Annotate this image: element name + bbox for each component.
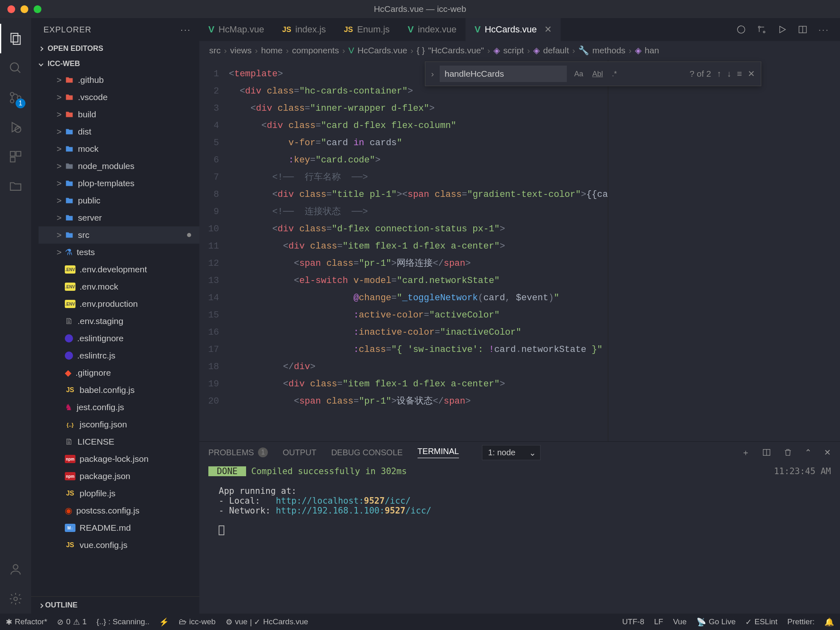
match-case-icon[interactable]: Aa xyxy=(573,68,585,80)
extensions-icon[interactable] xyxy=(0,142,31,171)
tree-item[interactable]: 🗎.env.staging xyxy=(39,313,199,330)
whole-word-icon[interactable]: Abl xyxy=(591,68,605,80)
status-live[interactable]: ⚡ xyxy=(159,617,169,627)
project-header[interactable]: ICC-WEB xyxy=(31,56,199,71)
tree-item[interactable]: ◆.gitignore xyxy=(39,364,199,381)
editor-tab[interactable]: JSindex.js xyxy=(273,18,335,41)
tree-item[interactable]: JSvue.config.js xyxy=(39,536,199,554)
sidebar-more-icon[interactable]: ··· xyxy=(180,25,191,34)
open-editors-header[interactable]: OPEN EDITORS xyxy=(31,41,199,56)
tree-item[interactable]: >dist xyxy=(39,123,199,140)
svg-point-5 xyxy=(10,99,14,103)
regex-icon[interactable]: .* xyxy=(610,68,619,80)
tree-item[interactable]: .ENV.env.development xyxy=(39,261,199,278)
debug-icon[interactable] xyxy=(0,112,31,142)
tree-item[interactable]: >.github xyxy=(39,71,199,89)
find-input[interactable] xyxy=(440,66,567,82)
tree-item[interactable]: 🗎LICENSE xyxy=(39,433,199,450)
status-workspace[interactable]: 🗁 icc-web xyxy=(179,617,215,626)
breadcrumb[interactable]: src› views› home› components› V HcCards.… xyxy=(199,41,840,60)
find-in-selection-icon[interactable]: ≡ xyxy=(737,69,742,79)
find-widget: › Aa Abl .* ? of 2 ↑ ↓ ≡ ✕ xyxy=(425,62,761,86)
trash-icon[interactable] xyxy=(783,448,792,457)
status-lang[interactable]: Vue xyxy=(673,617,687,626)
tree-item[interactable]: JSplopfile.js xyxy=(39,485,199,502)
new-terminal-icon[interactable]: ＋ xyxy=(742,447,750,458)
terminal-task-select[interactable]: 1: node⌄ xyxy=(482,445,541,460)
tree-item[interactable]: >plop-templates xyxy=(39,175,199,192)
status-eol[interactable]: LF xyxy=(654,617,663,626)
tree-item[interactable]: >mock xyxy=(39,140,199,158)
split-terminal-icon[interactable] xyxy=(762,448,771,457)
tree-item[interactable]: >build xyxy=(39,106,199,123)
tree-item[interactable]: M↓README.md xyxy=(39,519,199,536)
tree-item[interactable]: >node_modules xyxy=(39,158,199,175)
explorer-icon[interactable] xyxy=(0,24,31,53)
tree-item[interactable]: .eslintrc.js xyxy=(39,347,199,364)
editor-tab[interactable]: Vindex.vue xyxy=(399,18,466,41)
activity-bar: 1 xyxy=(0,18,31,614)
tab-terminal[interactable]: TERMINAL xyxy=(418,447,459,458)
tree-item[interactable]: ♞jest.config.js xyxy=(39,399,199,416)
tree-item[interactable]: .ENV.env.production xyxy=(39,295,199,313)
tab-debug-console[interactable]: DEBUG CONSOLE xyxy=(331,448,402,457)
minimap[interactable] xyxy=(608,60,669,441)
tree-item[interactable]: >.vscode xyxy=(39,89,199,106)
close-panel-icon[interactable]: ✕ xyxy=(824,447,831,457)
expand-replace-icon[interactable]: › xyxy=(431,69,434,79)
svg-point-2 xyxy=(10,63,18,71)
scm-icon[interactable]: 1 xyxy=(0,83,31,112)
tree-item[interactable]: >src xyxy=(39,226,199,244)
compare-icon[interactable] xyxy=(757,25,767,34)
status-encoding[interactable]: UTF-8 xyxy=(622,617,644,626)
prev-match-icon[interactable]: ↑ xyxy=(717,69,721,79)
editor-tab[interactable]: VHcCards.vue✕ xyxy=(466,18,561,41)
status-vue[interactable]: ⚙ vue | ✓ HcCards.vue xyxy=(226,617,308,627)
code-editor[interactable]: 1234567891011121314151617181920 <templat… xyxy=(199,60,840,441)
status-golive[interactable]: 📡 Go Live xyxy=(696,617,735,627)
account-icon[interactable] xyxy=(0,555,31,584)
terminal-output[interactable]: 11:23:45 AM DONE Compiled successfully i… xyxy=(199,463,840,614)
status-scanning[interactable]: {..} : Scanning.. xyxy=(96,617,149,626)
tab-problems[interactable]: PROBLEMS1 xyxy=(208,447,268,457)
titlebar: HcCards.vue — icc-web xyxy=(0,0,840,18)
tree-item[interactable]: .ENV.env.mock xyxy=(39,278,199,295)
tree-item[interactable]: >public xyxy=(39,192,199,209)
brace-icon: { } xyxy=(417,46,425,55)
window-close[interactable] xyxy=(7,5,15,13)
status-refactor[interactable]: ✱ Refactor* xyxy=(6,617,47,627)
outline-header[interactable]: OUTLINE xyxy=(31,596,199,614)
status-bell-icon[interactable]: 🔔 xyxy=(824,617,834,627)
tree-item[interactable]: JSbabel.config.js xyxy=(39,381,199,399)
close-find-icon[interactable]: ✕ xyxy=(748,69,755,79)
explorer-sidebar: EXPLORER ··· OPEN EDITORS ICC-WEB >.gith… xyxy=(31,18,199,614)
search-icon[interactable] xyxy=(0,53,31,83)
run-icon[interactable] xyxy=(777,25,787,34)
maximize-panel-icon[interactable]: ⌃ xyxy=(805,447,812,457)
tree-item[interactable]: npmpackage.json xyxy=(39,468,199,485)
tree-item[interactable]: >⚗tests xyxy=(39,244,199,261)
close-tab-icon[interactable]: ✕ xyxy=(544,24,552,35)
window-title: HcCards.vue — icc-web xyxy=(374,4,466,14)
tree-item[interactable]: .eslintignore xyxy=(39,330,199,347)
status-prettier[interactable]: Prettier: xyxy=(787,617,815,626)
status-eslint[interactable]: ✓ ESLint xyxy=(745,617,777,627)
svg-point-15 xyxy=(758,26,760,28)
tree-item[interactable]: >server xyxy=(39,209,199,226)
window-minimize[interactable] xyxy=(21,5,28,13)
editor-tab[interactable]: JSEnum.js xyxy=(335,18,399,41)
editor-tab[interactable]: VHcMap.vue xyxy=(199,18,273,41)
timeline-icon[interactable] xyxy=(736,25,746,34)
more-icon[interactable]: ··· xyxy=(818,25,829,34)
svg-point-12 xyxy=(13,565,18,569)
tree-item[interactable]: npmpackage-lock.json xyxy=(39,450,199,468)
settings-icon[interactable] xyxy=(0,584,31,614)
split-icon[interactable] xyxy=(798,25,808,34)
folder-icon[interactable] xyxy=(0,171,31,201)
tab-output[interactable]: OUTPUT xyxy=(283,448,316,457)
status-errors[interactable]: ⊘ 0 ⚠ 1 xyxy=(57,617,87,627)
next-match-icon[interactable]: ↓ xyxy=(727,69,731,79)
window-zoom[interactable] xyxy=(34,5,41,13)
tree-item[interactable]: {..}jsconfig.json xyxy=(39,416,199,433)
tree-item[interactable]: ◉postcss.config.js xyxy=(39,502,199,519)
